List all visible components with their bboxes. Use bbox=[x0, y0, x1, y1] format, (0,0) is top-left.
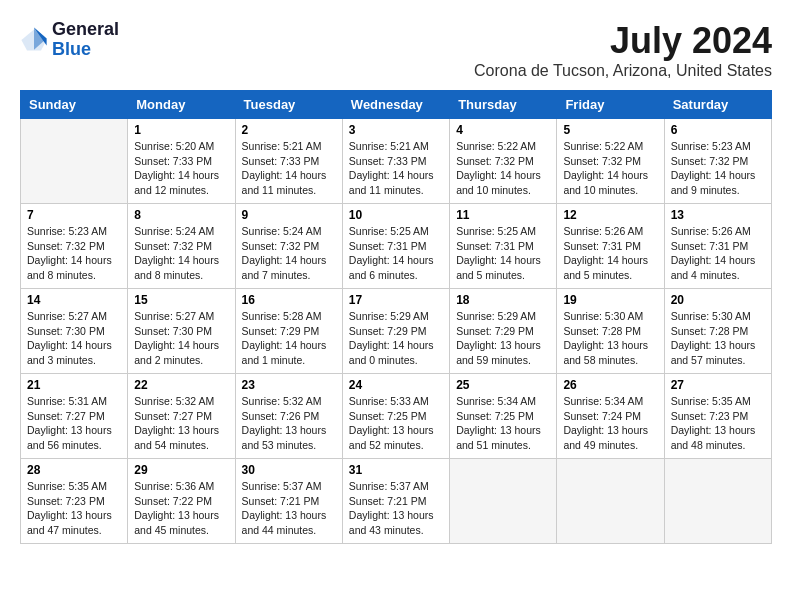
day-number: 25 bbox=[456, 378, 550, 392]
calendar-cell: 27Sunrise: 5:35 AMSunset: 7:23 PMDayligh… bbox=[664, 374, 771, 459]
col-tuesday: Tuesday bbox=[235, 91, 342, 119]
calendar-cell: 18Sunrise: 5:29 AMSunset: 7:29 PMDayligh… bbox=[450, 289, 557, 374]
day-number: 26 bbox=[563, 378, 657, 392]
day-number: 9 bbox=[242, 208, 336, 222]
day-number: 15 bbox=[134, 293, 228, 307]
header-row: Sunday Monday Tuesday Wednesday Thursday… bbox=[21, 91, 772, 119]
calendar-cell: 12Sunrise: 5:26 AMSunset: 7:31 PMDayligh… bbox=[557, 204, 664, 289]
calendar-cell: 13Sunrise: 5:26 AMSunset: 7:31 PMDayligh… bbox=[664, 204, 771, 289]
calendar-cell: 10Sunrise: 5:25 AMSunset: 7:31 PMDayligh… bbox=[342, 204, 449, 289]
col-friday: Friday bbox=[557, 91, 664, 119]
calendar-cell: 9Sunrise: 5:24 AMSunset: 7:32 PMDaylight… bbox=[235, 204, 342, 289]
day-number: 3 bbox=[349, 123, 443, 137]
logo-general: General bbox=[52, 20, 119, 40]
day-info: Sunrise: 5:31 AMSunset: 7:27 PMDaylight:… bbox=[27, 394, 121, 453]
calendar-cell: 24Sunrise: 5:33 AMSunset: 7:25 PMDayligh… bbox=[342, 374, 449, 459]
calendar-cell: 7Sunrise: 5:23 AMSunset: 7:32 PMDaylight… bbox=[21, 204, 128, 289]
calendar-cell bbox=[557, 459, 664, 544]
calendar-cell: 21Sunrise: 5:31 AMSunset: 7:27 PMDayligh… bbox=[21, 374, 128, 459]
logo-icon bbox=[20, 26, 48, 54]
calendar-cell: 23Sunrise: 5:32 AMSunset: 7:26 PMDayligh… bbox=[235, 374, 342, 459]
day-info: Sunrise: 5:22 AMSunset: 7:32 PMDaylight:… bbox=[456, 139, 550, 198]
day-number: 6 bbox=[671, 123, 765, 137]
calendar-cell: 11Sunrise: 5:25 AMSunset: 7:31 PMDayligh… bbox=[450, 204, 557, 289]
day-info: Sunrise: 5:27 AMSunset: 7:30 PMDaylight:… bbox=[27, 309, 121, 368]
calendar-body: 1Sunrise: 5:20 AMSunset: 7:33 PMDaylight… bbox=[21, 119, 772, 544]
day-number: 16 bbox=[242, 293, 336, 307]
day-number: 7 bbox=[27, 208, 121, 222]
day-number: 5 bbox=[563, 123, 657, 137]
day-number: 1 bbox=[134, 123, 228, 137]
day-number: 29 bbox=[134, 463, 228, 477]
day-number: 11 bbox=[456, 208, 550, 222]
day-info: Sunrise: 5:34 AMSunset: 7:25 PMDaylight:… bbox=[456, 394, 550, 453]
calendar-cell: 30Sunrise: 5:37 AMSunset: 7:21 PMDayligh… bbox=[235, 459, 342, 544]
day-number: 22 bbox=[134, 378, 228, 392]
day-number: 31 bbox=[349, 463, 443, 477]
day-number: 14 bbox=[27, 293, 121, 307]
page-header: General Blue July 2024 Corona de Tucson,… bbox=[20, 20, 772, 80]
day-info: Sunrise: 5:34 AMSunset: 7:24 PMDaylight:… bbox=[563, 394, 657, 453]
day-info: Sunrise: 5:21 AMSunset: 7:33 PMDaylight:… bbox=[349, 139, 443, 198]
day-info: Sunrise: 5:37 AMSunset: 7:21 PMDaylight:… bbox=[349, 479, 443, 538]
week-row-0: 1Sunrise: 5:20 AMSunset: 7:33 PMDaylight… bbox=[21, 119, 772, 204]
day-info: Sunrise: 5:23 AMSunset: 7:32 PMDaylight:… bbox=[27, 224, 121, 283]
logo-blue: Blue bbox=[52, 40, 119, 60]
day-info: Sunrise: 5:33 AMSunset: 7:25 PMDaylight:… bbox=[349, 394, 443, 453]
day-number: 24 bbox=[349, 378, 443, 392]
col-monday: Monday bbox=[128, 91, 235, 119]
day-info: Sunrise: 5:27 AMSunset: 7:30 PMDaylight:… bbox=[134, 309, 228, 368]
day-info: Sunrise: 5:35 AMSunset: 7:23 PMDaylight:… bbox=[671, 394, 765, 453]
day-number: 21 bbox=[27, 378, 121, 392]
day-number: 10 bbox=[349, 208, 443, 222]
calendar-cell: 2Sunrise: 5:21 AMSunset: 7:33 PMDaylight… bbox=[235, 119, 342, 204]
day-info: Sunrise: 5:21 AMSunset: 7:33 PMDaylight:… bbox=[242, 139, 336, 198]
calendar-cell: 28Sunrise: 5:35 AMSunset: 7:23 PMDayligh… bbox=[21, 459, 128, 544]
day-info: Sunrise: 5:37 AMSunset: 7:21 PMDaylight:… bbox=[242, 479, 336, 538]
calendar-cell: 31Sunrise: 5:37 AMSunset: 7:21 PMDayligh… bbox=[342, 459, 449, 544]
day-info: Sunrise: 5:35 AMSunset: 7:23 PMDaylight:… bbox=[27, 479, 121, 538]
day-info: Sunrise: 5:29 AMSunset: 7:29 PMDaylight:… bbox=[456, 309, 550, 368]
day-number: 18 bbox=[456, 293, 550, 307]
day-number: 8 bbox=[134, 208, 228, 222]
day-info: Sunrise: 5:32 AMSunset: 7:26 PMDaylight:… bbox=[242, 394, 336, 453]
day-info: Sunrise: 5:29 AMSunset: 7:29 PMDaylight:… bbox=[349, 309, 443, 368]
day-info: Sunrise: 5:30 AMSunset: 7:28 PMDaylight:… bbox=[563, 309, 657, 368]
week-row-1: 7Sunrise: 5:23 AMSunset: 7:32 PMDaylight… bbox=[21, 204, 772, 289]
day-number: 17 bbox=[349, 293, 443, 307]
day-number: 13 bbox=[671, 208, 765, 222]
calendar-cell: 15Sunrise: 5:27 AMSunset: 7:30 PMDayligh… bbox=[128, 289, 235, 374]
day-number: 20 bbox=[671, 293, 765, 307]
day-number: 19 bbox=[563, 293, 657, 307]
calendar-cell: 3Sunrise: 5:21 AMSunset: 7:33 PMDaylight… bbox=[342, 119, 449, 204]
day-info: Sunrise: 5:20 AMSunset: 7:33 PMDaylight:… bbox=[134, 139, 228, 198]
day-number: 12 bbox=[563, 208, 657, 222]
day-number: 28 bbox=[27, 463, 121, 477]
calendar-cell: 19Sunrise: 5:30 AMSunset: 7:28 PMDayligh… bbox=[557, 289, 664, 374]
day-number: 27 bbox=[671, 378, 765, 392]
day-info: Sunrise: 5:26 AMSunset: 7:31 PMDaylight:… bbox=[563, 224, 657, 283]
day-info: Sunrise: 5:25 AMSunset: 7:31 PMDaylight:… bbox=[349, 224, 443, 283]
calendar-cell: 1Sunrise: 5:20 AMSunset: 7:33 PMDaylight… bbox=[128, 119, 235, 204]
day-info: Sunrise: 5:25 AMSunset: 7:31 PMDaylight:… bbox=[456, 224, 550, 283]
day-info: Sunrise: 5:22 AMSunset: 7:32 PMDaylight:… bbox=[563, 139, 657, 198]
week-row-4: 28Sunrise: 5:35 AMSunset: 7:23 PMDayligh… bbox=[21, 459, 772, 544]
calendar-cell: 6Sunrise: 5:23 AMSunset: 7:32 PMDaylight… bbox=[664, 119, 771, 204]
logo-text: General Blue bbox=[52, 20, 119, 60]
day-info: Sunrise: 5:24 AMSunset: 7:32 PMDaylight:… bbox=[134, 224, 228, 283]
calendar-cell: 5Sunrise: 5:22 AMSunset: 7:32 PMDaylight… bbox=[557, 119, 664, 204]
calendar-cell: 14Sunrise: 5:27 AMSunset: 7:30 PMDayligh… bbox=[21, 289, 128, 374]
subtitle: Corona de Tucson, Arizona, United States bbox=[474, 62, 772, 80]
col-wednesday: Wednesday bbox=[342, 91, 449, 119]
calendar-cell: 26Sunrise: 5:34 AMSunset: 7:24 PMDayligh… bbox=[557, 374, 664, 459]
col-sunday: Sunday bbox=[21, 91, 128, 119]
calendar-cell: 22Sunrise: 5:32 AMSunset: 7:27 PMDayligh… bbox=[128, 374, 235, 459]
calendar-cell bbox=[450, 459, 557, 544]
calendar-cell: 4Sunrise: 5:22 AMSunset: 7:32 PMDaylight… bbox=[450, 119, 557, 204]
calendar-cell: 16Sunrise: 5:28 AMSunset: 7:29 PMDayligh… bbox=[235, 289, 342, 374]
calendar-cell: 17Sunrise: 5:29 AMSunset: 7:29 PMDayligh… bbox=[342, 289, 449, 374]
day-number: 4 bbox=[456, 123, 550, 137]
calendar-cell bbox=[21, 119, 128, 204]
col-saturday: Saturday bbox=[664, 91, 771, 119]
day-info: Sunrise: 5:28 AMSunset: 7:29 PMDaylight:… bbox=[242, 309, 336, 368]
